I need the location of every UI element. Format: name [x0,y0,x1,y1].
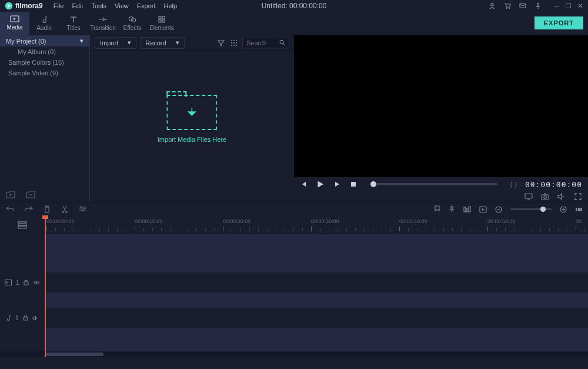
svg-rect-32 [451,206,453,210]
ruler-tick: 00 [576,218,582,224]
lock-icon[interactable] [24,280,29,285]
svg-point-19 [231,45,232,46]
playhead[interactable] [45,216,46,357]
maximize-button[interactable]: ☐ [565,2,572,10]
mic-icon[interactable] [534,2,542,10]
zoom-fit-icon[interactable] [575,206,582,213]
track-gutter [0,234,45,351]
audio-mixer-icon[interactable] [463,206,471,213]
svg-point-17 [233,42,235,44]
play-pause-button[interactable] [316,181,325,187]
mark-in-icon[interactable]: { [510,181,513,188]
import-folder-icon [167,95,218,130]
zoom-knob[interactable] [540,207,546,212]
seek-bar[interactable] [370,183,497,185]
tracks-canvas[interactable] [45,234,588,351]
sidebar-item-sample-colors[interactable]: Sample Colors (15) [0,57,89,68]
svg-point-22 [280,41,283,44]
preview-canvas[interactable] [294,35,588,177]
filter-icon[interactable] [216,39,226,46]
elements-tab-icon [158,15,166,24]
tab-transition[interactable]: Transition [88,12,118,35]
mute-icon[interactable] [32,315,39,321]
track-manager-button[interactable] [0,216,45,233]
cart-icon[interactable] [503,2,512,10]
sidebar-item-my-project[interactable]: My Project (0) ▾ [0,35,89,46]
svg-point-15 [236,40,237,41]
svg-point-31 [82,210,83,212]
volume-icon[interactable] [557,193,566,200]
sidebar-item-sample-video[interactable]: Sample Video (9) [0,68,89,78]
timeline-tools [0,202,588,216]
track-area[interactable]: 1 1 [0,234,588,351]
seek-knob[interactable] [370,181,376,187]
svg-rect-24 [525,194,532,198]
media-search[interactable] [242,38,289,48]
zoom-in-icon[interactable] [560,206,567,213]
play-button[interactable] [333,181,341,187]
timeline-ruler[interactable]: 00:00:00:00 00:00:10:00 00:00:20:00 00:0… [45,216,588,233]
split-button[interactable] [61,205,68,213]
video-track-head[interactable]: 1 [0,272,45,292]
close-button[interactable]: ✕ [577,2,583,10]
mark-out-icon[interactable]: } [514,181,517,188]
fullscreen-icon[interactable] [574,193,582,200]
svg-rect-40 [578,208,580,211]
voiceover-icon[interactable] [449,205,455,213]
timeline-scrollbar[interactable] [0,351,588,357]
menu-tools[interactable]: Tools [91,2,106,9]
render-preview-icon[interactable] [479,206,487,213]
new-folder-icon[interactable] [6,191,15,198]
svg-point-20 [233,45,235,46]
tab-elements[interactable]: Elements [147,12,176,35]
marker-icon[interactable] [434,205,440,213]
tab-effects[interactable]: Effects [118,12,147,35]
scrollbar-thumb[interactable] [45,353,103,356]
tab-audio[interactable]: Audio [29,12,59,35]
message-icon[interactable] [519,2,527,10]
edit-tools-button[interactable] [79,205,87,213]
svg-rect-43 [18,224,26,225]
export-button[interactable]: EXPORT [534,16,583,29]
svg-point-16 [231,42,232,44]
menu-edit[interactable]: Edit [72,2,83,9]
ruler-tick: 00:00:30:00 [311,218,339,224]
media-tab-icon [10,15,19,23]
import-dropdown[interactable]: Import ▾ [95,37,136,49]
account-icon[interactable] [488,2,496,10]
search-input[interactable] [246,39,279,46]
import-drop-zone[interactable]: Import Media Files Here [158,95,226,143]
import-drop-label: Import Media Files Here [158,136,226,143]
zoom-out-icon[interactable] [495,206,502,213]
menu-export[interactable]: Export [137,2,156,9]
tab-titles[interactable]: Titles [59,12,88,35]
effects-tab-icon [128,15,136,24]
svg-rect-39 [576,208,577,211]
prev-frame-button[interactable] [300,181,308,187]
grid-view-icon[interactable] [229,39,239,46]
delete-folder-icon[interactable] [26,191,35,198]
menu-view[interactable]: View [115,2,129,9]
minimize-button[interactable]: ─ [554,2,559,10]
lock-icon[interactable] [23,315,28,321]
svg-rect-35 [469,207,470,212]
redo-button[interactable] [25,205,33,213]
snapshot-to-monitor-icon[interactable] [524,193,533,200]
svg-rect-11 [159,20,161,22]
sidebar-item-my-album[interactable]: My Album (0) [0,46,89,57]
visibility-icon[interactable] [33,280,40,285]
delete-button[interactable] [44,205,51,213]
sidebar-bottom-actions [6,191,35,198]
tab-media[interactable]: Media [0,12,29,35]
undo-button[interactable] [6,205,14,213]
menu-file[interactable]: File [54,2,64,9]
audio-track-row: 1 [0,308,588,328]
snapshot-icon[interactable] [541,193,549,200]
preview-panel: { } 00:00:00:00 [294,35,588,202]
svg-rect-48 [24,317,28,320]
zoom-slider[interactable] [510,208,552,210]
menu-help[interactable]: Help [164,2,178,9]
stop-button[interactable] [349,181,358,187]
audio-track-head[interactable]: 1 [0,308,45,328]
record-dropdown[interactable]: Record ▾ [140,37,184,49]
